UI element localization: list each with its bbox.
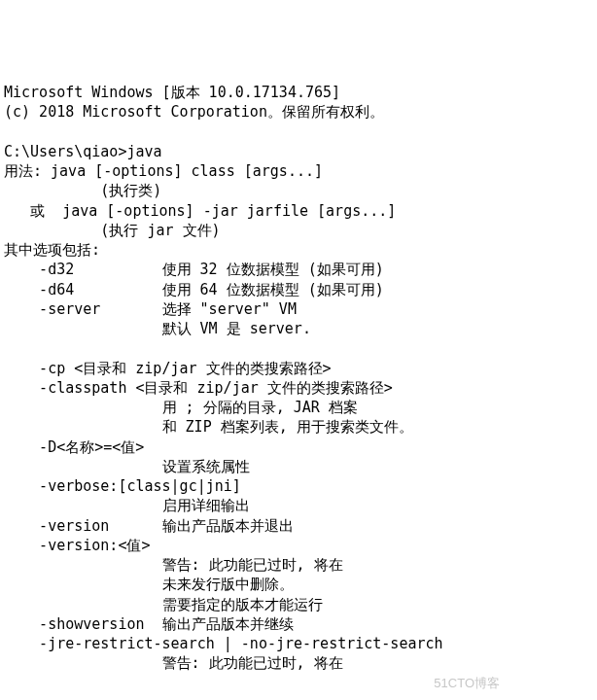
watermark-text: 51CTO博客 [434,675,500,692]
terminal-output: Microsoft Windows [版本 10.0.17134.765] (c… [4,83,593,674]
